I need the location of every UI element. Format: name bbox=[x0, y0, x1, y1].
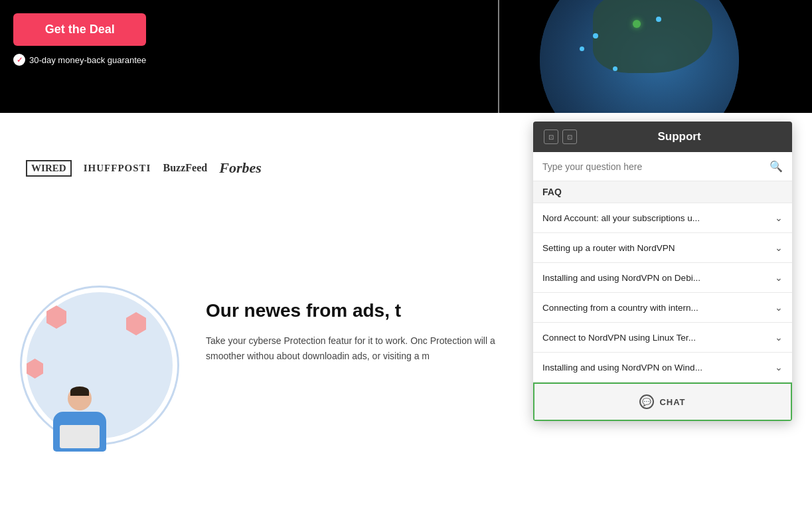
get-deal-button[interactable]: Get the Deal bbox=[13, 13, 146, 46]
faq-item-2[interactable]: Setting up a router with NordVPN ⌄ bbox=[533, 233, 792, 263]
chevron-down-icon-2: ⌄ bbox=[775, 242, 783, 253]
chevron-down-icon-6: ⌄ bbox=[775, 362, 783, 373]
support-window-icons: ⊡ ⊡ bbox=[544, 129, 577, 144]
chevron-down-icon-3: ⌄ bbox=[775, 272, 783, 283]
faq-item-3[interactable]: Installing and using NordVPN on Debi... … bbox=[533, 263, 792, 293]
media-logos-section: WIRED IHUFFPOSTI BuzzFeed Forbes bbox=[0, 133, 287, 203]
map-visualization bbox=[533, 0, 746, 113]
map-dot-1 bbox=[593, 33, 598, 39]
cta-area: Get the Deal 30-day money-back guarantee bbox=[13, 11, 146, 66]
wired-logo: WIRED bbox=[26, 160, 72, 177]
person-head bbox=[68, 386, 92, 410]
faq-label: FAQ bbox=[533, 181, 792, 203]
window-icon-external[interactable]: ⊡ bbox=[562, 129, 577, 144]
person-figure bbox=[53, 386, 106, 452]
chat-button[interactable]: 💬 CHAT bbox=[533, 383, 792, 421]
faq-item-6[interactable]: Installing and using NordVPN on Wind... … bbox=[533, 353, 792, 383]
person-body bbox=[53, 412, 106, 452]
search-input[interactable] bbox=[542, 161, 770, 172]
faq-item-2-text: Setting up a router with NordVPN bbox=[542, 243, 775, 253]
content-section: Our newes from ads, t Take your cyberse … bbox=[186, 286, 527, 377]
search-area: 🔍 bbox=[533, 152, 792, 181]
divider-line-1 bbox=[498, 0, 499, 113]
guarantee-text: 30-day money-back guarantee bbox=[29, 55, 146, 65]
chevron-down-icon-1: ⌄ bbox=[775, 213, 783, 223]
faq-item-4[interactable]: Connecting from a country with intern...… bbox=[533, 293, 792, 323]
chevron-down-icon-5: ⌄ bbox=[775, 332, 783, 343]
faq-item-3-text: Installing and using NordVPN on Debi... bbox=[542, 273, 775, 283]
map-dot-active bbox=[633, 20, 641, 28]
expand-icon: ⊡ bbox=[548, 133, 554, 141]
faq-item-5-text: Connect to NordVPN using Linux Ter... bbox=[542, 333, 775, 343]
map-dot-3 bbox=[580, 46, 584, 51]
map-dot-4 bbox=[613, 66, 617, 71]
chat-label: CHAT bbox=[659, 397, 685, 407]
map-dot-2 bbox=[656, 17, 661, 22]
illustration bbox=[13, 279, 186, 465]
support-panel: ⊡ ⊡ Support 🔍 FAQ Nord Account: all your… bbox=[533, 122, 792, 421]
faq-item-6-text: Installing and using NordVPN on Wind... bbox=[542, 363, 775, 373]
search-icon: 🔍 bbox=[770, 160, 783, 173]
support-title: Support bbox=[577, 130, 781, 143]
window-icon-expand[interactable]: ⊡ bbox=[544, 129, 558, 144]
person-hair bbox=[70, 386, 89, 396]
chat-bubble-icon: 💬 bbox=[639, 394, 654, 409]
buzzfeed-logo: BuzzFeed bbox=[163, 162, 208, 174]
laptop-icon bbox=[60, 425, 100, 448]
guarantee-row: 30-day money-back guarantee bbox=[13, 54, 146, 66]
content-heading: Our newes from ads, t bbox=[206, 299, 507, 323]
forbes-logo: Forbes bbox=[219, 159, 262, 177]
content-body: Take your cyberse Protection featur for … bbox=[206, 333, 507, 363]
chevron-down-icon-4: ⌄ bbox=[775, 302, 783, 313]
faq-item-5[interactable]: Connect to NordVPN using Linux Ter... ⌄ bbox=[533, 323, 792, 353]
faq-item-1[interactable]: Nord Account: all your subscriptions u..… bbox=[533, 203, 792, 233]
check-icon bbox=[13, 54, 25, 66]
huffpost-logo: IHUFFPOSTI bbox=[84, 163, 151, 174]
faq-item-1-text: Nord Account: all your subscriptions u..… bbox=[542, 213, 775, 223]
external-icon: ⊡ bbox=[567, 133, 572, 141]
map-circle bbox=[540, 0, 739, 113]
support-header: ⊡ ⊡ Support bbox=[533, 122, 792, 152]
faq-item-4-text: Connecting from a country with intern... bbox=[542, 303, 775, 313]
